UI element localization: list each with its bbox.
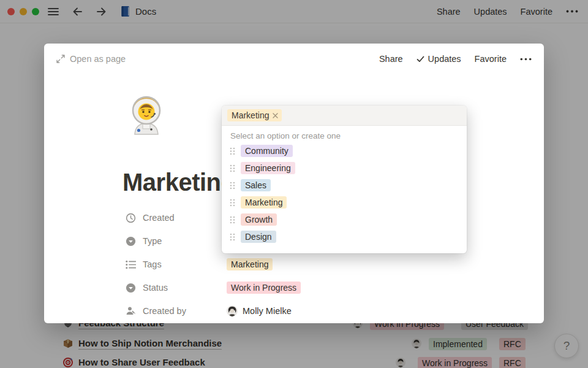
person-icon (126, 306, 136, 316)
drag-handle-icon[interactable] (230, 233, 235, 241)
property-label: Status (143, 283, 227, 293)
option-chip: Design (241, 231, 276, 243)
property-label: Tags (143, 259, 227, 269)
created-by-name: Molly Mielke (243, 306, 292, 316)
modal-favorite-button[interactable]: Favorite (475, 54, 507, 64)
selected-tag-chip: Marketing (227, 109, 282, 121)
property-row-tags[interactable]: Tags Marketing (126, 253, 493, 276)
drag-handle-icon[interactable] (230, 199, 235, 207)
expand-diagonal-icon (56, 55, 65, 63)
bulleted-list-icon (126, 260, 136, 269)
circle-chevron-down-icon (126, 283, 136, 293)
drag-handle-icon[interactable] (230, 182, 235, 190)
option-growth[interactable]: Growth (222, 211, 467, 228)
drag-handle-icon[interactable] (230, 147, 235, 155)
option-chip: Engineering (241, 162, 295, 174)
property-label: Created (143, 213, 227, 223)
dropdown-hint: Select an option or create one (230, 131, 458, 140)
property-value[interactable]: Work in Progress (227, 282, 301, 294)
open-as-page-label: Open as page (70, 54, 126, 64)
open-as-page-button[interactable]: Open as page (56, 54, 126, 64)
option-chip: Growth (241, 213, 277, 226)
option-marketing[interactable]: Marketing (222, 194, 467, 211)
dropdown-options: Community Engineering Sales Marketing Gr… (222, 142, 467, 245)
remove-tag-icon[interactable] (273, 113, 278, 118)
tag-chip[interactable]: Marketing (227, 258, 273, 270)
option-chip: Marketing (241, 196, 287, 209)
option-engineering[interactable]: Engineering (222, 159, 467, 177)
drag-handle-icon[interactable] (230, 164, 235, 172)
property-row-created-by[interactable]: Created by Molly Mielke (126, 299, 493, 323)
option-chip: Community (241, 145, 293, 157)
option-design[interactable]: Design (222, 228, 467, 245)
modal-more-icon[interactable] (520, 58, 532, 61)
checkmark-icon (417, 56, 424, 63)
tag-select-dropdown: Marketing Select an option or create one… (222, 105, 467, 253)
modal-share-button[interactable]: Share (379, 54, 403, 64)
property-value[interactable]: Marketing (227, 258, 273, 270)
tag-input-area[interactable]: Marketing (222, 105, 467, 126)
property-row-status[interactable]: Status Work in Progress (126, 276, 493, 299)
avatar (227, 305, 238, 316)
woman-astronaut-emoji-icon[interactable] (126, 95, 167, 136)
property-label: Created by (143, 306, 227, 316)
status-chip[interactable]: Work in Progress (227, 282, 301, 294)
circle-chevron-down-icon (126, 236, 136, 247)
option-sales[interactable]: Sales (222, 177, 467, 194)
option-community[interactable]: Community (222, 142, 467, 159)
property-value[interactable]: Molly Mielke (227, 305, 292, 316)
page-title[interactable]: Marketing (123, 169, 235, 196)
property-label: Type (143, 236, 227, 246)
option-chip: Sales (241, 179, 271, 191)
drag-handle-icon[interactable] (230, 216, 235, 224)
modal-header: Open as page Share Updates Favorite (44, 44, 544, 74)
modal-updates-button[interactable]: Updates (417, 54, 461, 64)
clock-icon (126, 213, 136, 223)
